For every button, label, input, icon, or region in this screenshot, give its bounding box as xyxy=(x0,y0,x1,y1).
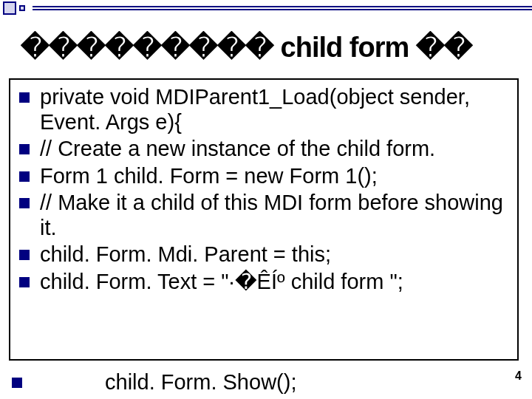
decor-square-large xyxy=(3,1,16,15)
code-text: Form 1 child. Form = new Form 1(); xyxy=(40,163,511,188)
code-line: private void MDIParent1_Load(object send… xyxy=(16,84,511,134)
bullet-icon xyxy=(19,171,30,182)
code-text: child. Form. Text = "·�ÊÍº child form "; xyxy=(40,269,511,294)
bullet-icon xyxy=(19,92,30,103)
code-text: private void MDIParent1_Load(object send… xyxy=(40,84,511,134)
code-line: child. Form. Mdi. Parent = this; xyxy=(16,242,511,267)
decor-square-small xyxy=(19,5,25,11)
page-number: 4 xyxy=(515,369,522,383)
bullet-icon xyxy=(19,144,30,154)
code-text: // Make it a child of this MDI form befo… xyxy=(40,190,511,240)
top-decor-bar xyxy=(0,0,532,16)
code-line: Form 1 child. Form = new Form 1(); xyxy=(16,163,511,188)
bullet-icon xyxy=(19,198,30,208)
code-box: private void MDIParent1_Load(object send… xyxy=(9,78,519,361)
bullet-icon xyxy=(19,277,30,287)
code-line: child. Form. Text = "·�ÊÍº child form "; xyxy=(16,269,511,294)
slide-title: ��������� child form �� xyxy=(21,31,525,64)
code-text: child. Form. Mdi. Parent = this; xyxy=(40,242,511,267)
code-line: // Make it a child of this MDI form befo… xyxy=(16,190,511,240)
bullet-icon xyxy=(19,250,30,260)
code-line-orphan: child. Form. Show(); xyxy=(9,369,525,395)
slide: ��������� child form �� private void MDI… xyxy=(0,0,532,399)
decor-double-line xyxy=(33,6,532,10)
code-line: // Create a new instance of the child fo… xyxy=(16,136,511,161)
bullet-icon xyxy=(12,378,22,388)
code-text: // Create a new instance of the child fo… xyxy=(40,136,511,161)
code-text: child. Form. Show(); xyxy=(33,369,525,395)
